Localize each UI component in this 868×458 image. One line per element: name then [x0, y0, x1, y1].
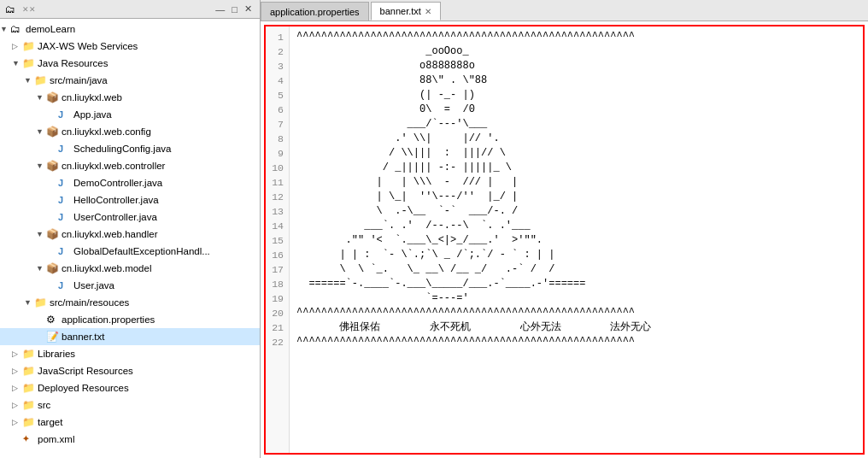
- editor-line-20: ^^^^^^^^^^^^^^^^^^^^^^^^^^^^^^^^^^^^^^^^…: [296, 306, 856, 320]
- tree-item-global-handler[interactable]: JGlobalDefaultExceptionHandl...: [0, 243, 260, 260]
- tree-icon-js-resources: 📁: [22, 363, 36, 379]
- editor-line-4: 88\" . \"88: [296, 73, 856, 88]
- tree-arrow-libraries[interactable]: ▷: [12, 346, 22, 361]
- editor-text[interactable]: ^^^^^^^^^^^^^^^^^^^^^^^^^^^^^^^^^^^^^^^^…: [290, 26, 863, 453]
- tree-item-cn-handler[interactable]: ▼📦cn.liuykxl.web.handler: [0, 226, 260, 243]
- tree-arrow-src-main-resources[interactable]: ▼: [24, 295, 34, 310]
- header-buttons: — □ ✕: [213, 3, 255, 15]
- tree-icon-src-main-java: 📁: [34, 73, 48, 88]
- tree-item-user-controller[interactable]: JUserController.java: [0, 208, 260, 226]
- tree-item-src-main-resources[interactable]: ▼📁src/main/resouces: [0, 294, 260, 311]
- editor-line-2: _ooOoo_: [296, 44, 856, 59]
- maximize-button[interactable]: □: [229, 3, 240, 15]
- tab-close-banner-txt-tab[interactable]: ✕: [425, 7, 431, 16]
- tree-item-libraries[interactable]: ▷📁Libraries: [0, 345, 260, 362]
- tree-arrow-cn-handler[interactable]: ▼: [36, 226, 46, 242]
- tree-item-pom-xml[interactable]: ✦pom.xml: [0, 431, 260, 448]
- line-number-3: 3: [271, 59, 284, 73]
- tree-item-demo-controller[interactable]: JDemoController.java: [0, 174, 260, 191]
- tree-icon-deployed: 📁: [22, 380, 36, 396]
- project-explorer-panel: 🗂 ✕✕ — □ ✕ ▼🗂demoLearn▷📁JAX-WS Web Servi…: [0, 0, 261, 458]
- line-numbers: 12345678910111213141516171819202122: [266, 26, 290, 453]
- tree-icon-app-java: J: [58, 107, 72, 122]
- tab-banner-txt-tab[interactable]: banner.txt✕: [371, 2, 441, 21]
- editor-line-19: `=---=': [296, 291, 856, 306]
- tree-item-cn-web[interactable]: ▼📦cn.liuykxl.web: [0, 89, 260, 106]
- tab-app-props-tab[interactable]: application.properties: [261, 2, 369, 21]
- tree-arrow-cn-controller[interactable]: ▼: [36, 158, 46, 173]
- tree-label-java-resources: Java Resources: [38, 56, 108, 71]
- tree-label-app-props: application.properties: [62, 312, 155, 327]
- tree-icon-hello-controller: J: [58, 192, 72, 208]
- tree-item-app-java[interactable]: JApp.java: [0, 106, 260, 123]
- tree-icon-cn-model: 📦: [46, 261, 60, 276]
- editor-line-13: \ .-\__ `-` ___/-. /: [296, 204, 856, 219]
- line-number-10: 10: [271, 161, 284, 175]
- tree-icon-demoLearn: 🗂: [10, 21, 24, 37]
- tree-icon-jax-ws: 📁: [22, 38, 36, 54]
- tree-item-hello-controller[interactable]: JHelloController.java: [0, 191, 260, 208]
- tree-arrow-jax-ws[interactable]: ▷: [12, 38, 22, 54]
- editor-line-15: ."" '< `.___\_<|>_/___.' >'"".: [296, 233, 856, 248]
- tree-item-jax-ws[interactable]: ▷📁JAX-WS Web Services: [0, 38, 260, 55]
- line-number-8: 8: [271, 132, 284, 146]
- line-number-22: 22: [271, 335, 284, 349]
- tree-item-cn-model[interactable]: ▼📦cn.liuykxl.web.model: [0, 260, 260, 277]
- tree-item-scheduling-java[interactable]: JSchedulingConfig.java: [0, 140, 260, 157]
- tree-label-src-main-java: src/main/java: [50, 73, 108, 88]
- tree-arrow-src[interactable]: ▷: [12, 397, 22, 413]
- tree-icon-user-java: J: [58, 278, 72, 293]
- tree-arrow-demoLearn[interactable]: ▼: [0, 21, 10, 37]
- tree-item-java-resources[interactable]: ▼📁Java Resources: [0, 55, 260, 72]
- tree-item-deployed[interactable]: ▷📁Deployed Resources: [0, 379, 260, 396]
- tree-icon-src-main-resources: 📁: [34, 295, 48, 310]
- tree-item-banner-txt[interactable]: 📝banner.txt: [0, 328, 260, 345]
- tree-label-target: target: [38, 414, 62, 430]
- tree-item-src[interactable]: ▷📁src: [0, 396, 260, 414]
- tree-item-src-main-java[interactable]: ▼📁src/main/java: [0, 72, 260, 89]
- tree-arrow-src-main-java[interactable]: ▼: [24, 73, 34, 88]
- tree-arrow-java-resources[interactable]: ▼: [12, 56, 22, 71]
- tree-icon-target: 📁: [22, 414, 36, 430]
- editor-line-10: / _||||| -:- |||||_ \: [296, 161, 856, 175]
- editor-line-21: 佛祖保佑 永不死机 心外无法 法外无心: [296, 320, 856, 335]
- minimize-button[interactable]: —: [213, 3, 227, 15]
- tree-arrow-cn-config[interactable]: ▼: [36, 124, 46, 139]
- editor-line-9: / \\||| : |||// \: [296, 146, 856, 161]
- tree-icon-cn-config: 📦: [46, 124, 60, 139]
- tree-item-user-java[interactable]: JUser.java: [0, 277, 260, 294]
- line-number-6: 6: [271, 103, 284, 117]
- tree-label-demo-controller: DemoController.java: [73, 175, 162, 191]
- tree-item-cn-config[interactable]: ▼📦cn.liuykxl.web.config: [0, 123, 260, 140]
- tree-label-deployed: Deployed Resources: [38, 380, 129, 396]
- tree-item-app-props[interactable]: ⚙application.properties: [0, 311, 260, 328]
- tree-label-pom-xml: pom.xml: [38, 432, 74, 447]
- line-number-12: 12: [271, 190, 284, 204]
- tab-label-app-props-tab: application.properties: [270, 7, 360, 17]
- editor-line-1: ^^^^^^^^^^^^^^^^^^^^^^^^^^^^^^^^^^^^^^^^…: [296, 30, 856, 44]
- tree-label-scheduling-java: SchedulingConfig.java: [73, 141, 171, 156]
- editor-line-3: o8888888o: [296, 59, 856, 73]
- line-number-16: 16: [271, 248, 284, 262]
- tree-arrow-target[interactable]: ▷: [12, 414, 22, 430]
- tree-item-demoLearn[interactable]: ▼🗂demoLearn: [0, 21, 260, 38]
- tree-arrow-cn-model[interactable]: ▼: [36, 261, 46, 276]
- editor-line-18: ======`-.____`-.___\_____/___.-`____.-'=…: [296, 277, 856, 291]
- editor-tabs: application.propertiesbanner.txt✕: [261, 0, 868, 21]
- line-number-18: 18: [271, 277, 284, 291]
- line-number-21: 21: [271, 320, 284, 335]
- line-number-13: 13: [271, 204, 284, 219]
- tree-arrow-js-resources[interactable]: ▷: [12, 363, 22, 379]
- tree-label-libraries: Libraries: [38, 346, 75, 361]
- tree-icon-global-handler: J: [58, 244, 72, 259]
- tree-icon-user-controller: J: [58, 209, 72, 225]
- tree-item-target[interactable]: ▷📁target: [0, 414, 260, 431]
- tree-icon-banner-txt: 📝: [46, 329, 60, 344]
- line-number-9: 9: [271, 146, 284, 161]
- close-button[interactable]: ✕: [242, 3, 255, 15]
- tree-item-js-resources[interactable]: ▷📁JavaScript Resources: [0, 362, 260, 379]
- tree-item-cn-controller[interactable]: ▼📦cn.liuykxl.web.controller: [0, 157, 260, 174]
- tree-arrow-deployed[interactable]: ▷: [12, 380, 22, 396]
- tab-label-banner-txt-tab: banner.txt: [380, 6, 421, 16]
- tree-arrow-cn-web[interactable]: ▼: [36, 90, 46, 105]
